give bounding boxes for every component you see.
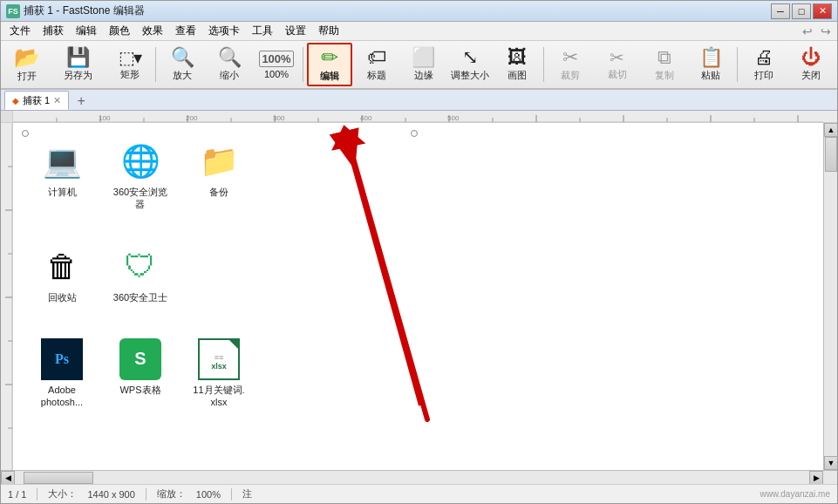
status-divider-1: [37, 488, 37, 501]
svg-text:300: 300: [273, 114, 285, 122]
close-window-button[interactable]: ✕: [813, 3, 832, 19]
scroll-track-h[interactable]: [15, 472, 809, 484]
menu-tab[interactable]: 选项卡: [203, 22, 245, 40]
app-icon: FS: [6, 4, 20, 18]
tab-capture1[interactable]: ◆ 捕获 1 ✕: [4, 91, 69, 110]
size-label: 大小：: [48, 487, 77, 501]
redo-button[interactable]: ↪: [818, 24, 834, 38]
menu-capture[interactable]: 捕获: [37, 22, 69, 40]
menu-file[interactable]: 文件: [4, 22, 36, 40]
cut-button[interactable]: ✂ 裁切: [595, 43, 640, 86]
icon-360browser: 🌐 360安全浏览器: [109, 140, 172, 211]
menu-view[interactable]: 查看: [170, 22, 201, 40]
tab-bar: ◆ 捕获 1 ✕ +: [1, 90, 837, 111]
icon-wps: S WPS表格: [109, 338, 172, 409]
undo-redo-group: ↩ ↪: [800, 24, 834, 38]
svg-text:100: 100: [99, 114, 111, 122]
tab-label: 捕获 1: [23, 94, 50, 107]
zoom-in-button[interactable]: 🔍 放大: [160, 43, 205, 86]
scroll-up-button[interactable]: ▲: [824, 123, 837, 137]
border-button[interactable]: ⬜ 边缘: [401, 43, 446, 86]
icon-recycle-label: 回收站: [48, 291, 77, 303]
zoom-out-icon: 🔍: [218, 48, 242, 67]
menu-color[interactable]: 颜色: [104, 22, 135, 40]
icon-xlsx: ≡≡ xlsx 11月关键词.xlsx: [187, 338, 250, 409]
status-divider-3: [231, 488, 232, 501]
icon-photoshop: Ps Adobephotosh...: [31, 338, 93, 409]
open-button[interactable]: 📂 打开: [4, 43, 50, 86]
crop-button[interactable]: ✂ 裁剪: [548, 43, 593, 86]
close-doc-button[interactable]: ⏻ 关闭: [788, 43, 834, 86]
ruler-horizontal: 100 200 300 400 500: [13, 111, 823, 122]
paste-icon: 📋: [699, 48, 723, 67]
photoshop-badge: Ps: [41, 338, 83, 380]
icon-wps-label: WPS表格: [119, 384, 160, 396]
icon-row-spacer-2: [31, 312, 257, 330]
resize-button[interactable]: ⤡ 调整大小: [447, 43, 493, 86]
copy-button[interactable]: ⧉ 复制: [642, 43, 687, 86]
minimize-button[interactable]: ─: [771, 3, 790, 19]
scrollbar-vertical[interactable]: ▲ ▼: [823, 123, 837, 470]
scrollbar-horizontal[interactable]: ◀ ▶: [1, 470, 837, 484]
main-window: FS 捕获 1 - FastStone 编辑器 ─ □ ✕ 文件 捕获 编辑 颜…: [0, 0, 838, 504]
menu-tool[interactable]: 工具: [247, 22, 278, 40]
watermark: www.dayanzai.me: [760, 489, 830, 499]
image-size: 1440 x 900: [87, 489, 134, 500]
print-icon: 🖨: [754, 48, 773, 67]
icon-360guard: 🛡 360安全卫士: [109, 246, 172, 303]
undo-button[interactable]: ↩: [800, 24, 815, 38]
scroll-right-button[interactable]: ▶: [809, 471, 823, 485]
scroll-track-v[interactable]: [824, 137, 837, 456]
toolbar-sep-2: [303, 47, 303, 82]
scroll-thumb-h[interactable]: [24, 472, 93, 484]
icon-grid: 💻 计算机 🌐 360安全浏览器 📁 备份 🗑: [13, 123, 823, 426]
icon-computer: 💻 计算机: [31, 140, 93, 211]
new-tab-button[interactable]: +: [72, 92, 90, 110]
rect-button[interactable]: ⬚▾ 矩形: [107, 43, 153, 86]
icon-360browser-label: 360安全浏览器: [113, 186, 167, 211]
edit-icon: ✏: [321, 47, 338, 68]
wps-badge: S: [119, 338, 161, 380]
edit-button[interactable]: ✏ 编辑: [307, 43, 352, 86]
close-doc-icon: ⏻: [801, 48, 821, 67]
border-icon: ⬜: [412, 48, 435, 67]
zoom-100-icon: 100%: [259, 51, 293, 67]
page-info: 1 / 1: [8, 489, 26, 500]
scroll-thumb-v[interactable]: [825, 137, 837, 172]
xlsx-badge: ≡≡ xlsx: [198, 338, 240, 380]
svg-text:400: 400: [360, 114, 372, 122]
print-button[interactable]: 🖨 打印: [741, 43, 787, 86]
menu-effect[interactable]: 效果: [137, 22, 168, 40]
zoom-value: 100%: [196, 489, 221, 500]
label-icon: 🏷: [367, 48, 386, 67]
label-button[interactable]: 🏷 标题: [354, 43, 399, 86]
menu-help[interactable]: 帮助: [313, 22, 344, 40]
scroll-left-button[interactable]: ◀: [1, 471, 15, 485]
status-divider-2: [146, 488, 146, 501]
note-label: 注: [242, 487, 252, 501]
marker-top-right: [411, 130, 418, 137]
icon-row-spacer-1: [31, 220, 257, 237]
icon-recycle: 🗑 回收站: [31, 246, 93, 303]
status-bar: 1 / 1 大小： 1440 x 900 缩放： 100% 注 www.daya…: [1, 484, 837, 503]
canvas-button[interactable]: 🖼 画图: [494, 43, 540, 86]
toolbar-sep-4: [737, 47, 738, 82]
save-icon: 💾: [66, 48, 90, 67]
paste-button[interactable]: 📋 粘贴: [689, 43, 734, 86]
svg-text:500: 500: [447, 114, 460, 122]
save-as-button[interactable]: 💾 另存为: [51, 43, 106, 86]
restore-button[interactable]: □: [792, 3, 811, 19]
menu-edit[interactable]: 编辑: [71, 22, 102, 40]
zoom-out-button[interactable]: 🔍 缩小: [207, 43, 252, 86]
crop-icon: ✂: [562, 48, 578, 67]
open-icon: 📂: [14, 47, 40, 68]
copy-icon: ⧉: [657, 48, 671, 67]
zoom-label: 缩放：: [157, 487, 186, 501]
tab-close-button[interactable]: ✕: [53, 95, 61, 106]
zoom-100-button[interactable]: 100% 100%: [254, 43, 299, 86]
menu-setting[interactable]: 设置: [280, 22, 311, 40]
resize-icon: ⤡: [462, 48, 478, 67]
scroll-down-button[interactable]: ▼: [824, 456, 837, 470]
tab-diamond-icon: ◆: [12, 96, 19, 106]
svg-text:200: 200: [186, 114, 198, 122]
